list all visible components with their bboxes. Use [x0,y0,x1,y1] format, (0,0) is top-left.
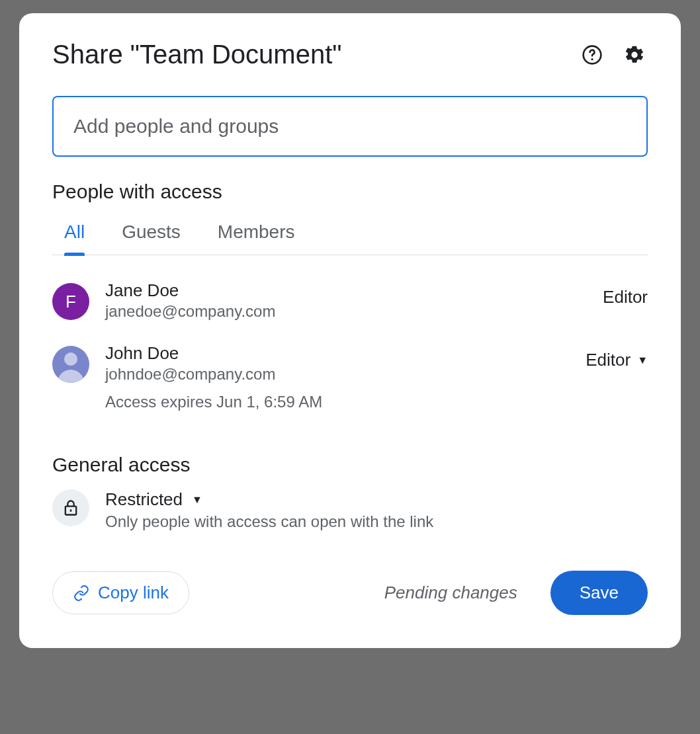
chevron-down-icon: ▼ [637,354,648,366]
chevron-down-icon: ▼ [192,494,202,506]
lock-icon [62,499,80,517]
lock-icon-wrap [52,489,89,526]
add-people-field[interactable] [52,96,648,157]
role-text: Editor [586,350,631,370]
person-name: John Doe [105,343,586,364]
tab-all[interactable]: All [64,216,85,255]
person-row: F Jane Doe janedoe@company.com Editor [52,274,648,337]
svg-rect-3 [70,509,71,512]
save-button[interactable]: Save [550,571,648,615]
general-access-title: General access [52,454,648,476]
general-access-info: Restricted ▼ Only people with access can… [105,489,648,531]
person-row: John Doe johndoe@company.com Access expi… [52,337,648,427]
add-people-input[interactable] [72,114,628,138]
copy-link-label: Copy link [98,583,169,603]
dialog-header: Share "Team Document" [52,40,648,69]
header-actions [579,42,648,68]
access-tabs: All Guests Members [52,216,648,255]
gear-icon [624,44,645,65]
person-email: johndoe@company.com [105,365,586,384]
avatar [52,346,89,383]
link-icon [73,585,90,602]
person-name: Jane Doe [105,280,603,301]
role-dropdown[interactable]: Editor ▼ [586,343,648,370]
person-info: Jane Doe janedoe@company.com [105,280,603,321]
help-button[interactable] [579,42,605,68]
general-access-row: Restricted ▼ Only people with access can… [52,489,648,531]
general-access-mode-dropdown[interactable]: Restricted ▼ [105,489,648,510]
general-access-mode: Restricted [105,489,183,510]
person-info: John Doe johndoe@company.com Access expi… [105,343,586,411]
person-email: janedoe@company.com [105,302,603,321]
pending-changes-label: Pending changes [384,583,517,603]
tab-guests[interactable]: Guests [122,216,181,255]
svg-point-1 [591,58,593,60]
general-access-description: Only people with access can open with th… [105,512,648,531]
role-label: Editor [603,280,648,307]
avatar: F [52,283,89,320]
settings-button[interactable] [621,42,648,68]
dialog-title: Share "Team Document" [52,40,341,69]
share-dialog: Share "Team Document" People with access… [19,13,681,648]
help-icon [582,44,603,65]
role-text: Editor [603,287,648,307]
access-expiry-note: Access expires Jun 1, 6:59 AM [105,393,586,411]
tab-members[interactable]: Members [218,216,295,255]
general-access-section: General access Restricted ▼ Only people … [52,454,648,531]
dialog-footer: Copy link Pending changes Save [52,571,648,615]
people-section-title: People with access [52,181,648,203]
copy-link-button[interactable]: Copy link [52,571,189,614]
